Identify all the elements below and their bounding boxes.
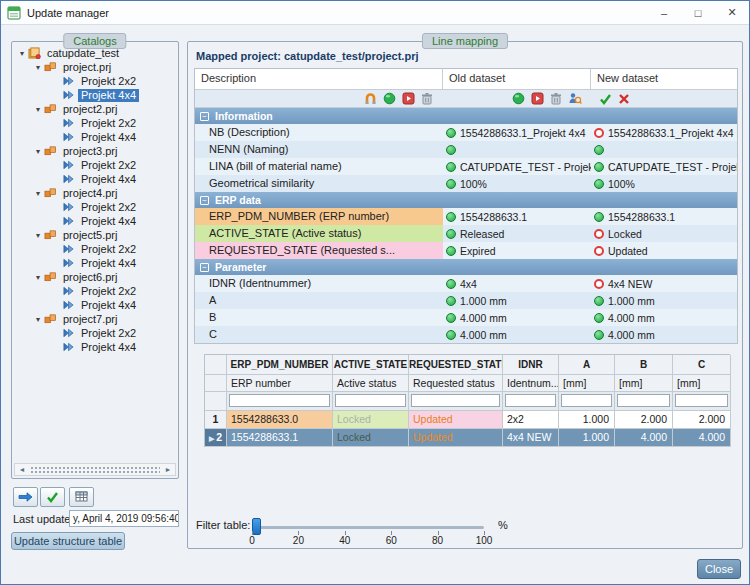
last-update-field[interactable]: y, April 4, 2019 09:56:40 (69, 510, 179, 527)
scrollbar-track[interactable] (30, 466, 160, 473)
column-old-dataset[interactable]: Old dataset (443, 69, 591, 89)
column-header[interactable]: B (615, 355, 673, 375)
mapping-row[interactable]: ERP_PDM_NUMBER (ERP number) 1554288633.1… (195, 208, 737, 225)
column-filter-input[interactable] (675, 394, 728, 407)
table-cell[interactable]: 4x4 NEW (503, 429, 559, 447)
close-button[interactable]: Close (697, 559, 741, 579)
collapse-icon[interactable]: ▾ (33, 315, 43, 324)
collapse-icon[interactable]: ▾ (33, 231, 43, 240)
red-export-icon[interactable] (529, 91, 545, 107)
table-cell[interactable]: 4.000 (615, 429, 673, 447)
table-cell[interactable]: 1.000 (559, 429, 615, 447)
tree-item-part[interactable]: Projekt 4x4 (15, 130, 175, 144)
collapse-minus-icon[interactable]: − (200, 263, 209, 272)
column-filter-input[interactable] (561, 394, 612, 407)
magnet-icon[interactable] (362, 91, 378, 107)
tree-item-part[interactable]: Projekt 4x4 (15, 340, 175, 354)
mapping-row[interactable]: IDNR (Identnummer) 4x4 4x4 NEW (195, 275, 737, 292)
tree-item-project[interactable]: ▾ project5.prj (15, 228, 175, 242)
collapse-minus-icon[interactable]: − (200, 112, 209, 121)
accept-icon[interactable] (597, 91, 613, 107)
column-header[interactable]: C (673, 355, 731, 375)
tree-item-project[interactable]: ▾ project4.prj (15, 186, 175, 200)
apply-update-button[interactable] (13, 487, 38, 507)
close-icon[interactable]: ✕ (715, 1, 749, 24)
catalog-tree[interactable]: ▾ catupdate_test ▾ project.prj Projekt 2… (15, 46, 175, 460)
mapping-row[interactable]: Geometrical similarity 100% 100% (195, 175, 737, 192)
tree-item-part[interactable]: Projekt 2x2 (15, 74, 175, 88)
column-header[interactable]: IDNR (503, 355, 559, 375)
title-bar[interactable]: Update manager – □ ✕ (1, 1, 749, 25)
table-cell[interactable]: 1554288633.1 (227, 429, 333, 447)
collapse-icon[interactable]: ▾ (33, 147, 43, 156)
collapse-icon[interactable]: ▾ (17, 49, 27, 58)
column-header[interactable]: ACTIVE_STATE (333, 355, 409, 375)
table-cell[interactable]: 4.000 (673, 429, 731, 447)
mapping-row[interactable]: B 4.000 mm 4.000 mm (195, 309, 737, 326)
user-search-icon[interactable] (567, 91, 583, 107)
table-cell[interactable]: 1.000 (559, 411, 615, 429)
tree-item-project[interactable]: ▾ project7.prj (15, 312, 175, 326)
mapping-row[interactable]: C 4.000 mm 4.000 mm (195, 326, 737, 343)
tree-item-project[interactable]: ▾ project2.prj (15, 102, 175, 116)
update-structure-table-button[interactable]: Update structure table (11, 532, 125, 550)
column-filter-input[interactable] (617, 394, 670, 407)
tree-item-part[interactable]: Projekt 2x2 (15, 200, 175, 214)
mapping-row[interactable]: LINA (bill of material name) CATUPDATE_T… (195, 158, 737, 175)
tree-item-part[interactable]: Projekt 2x2 (15, 242, 175, 256)
table-cell[interactable]: Locked (333, 429, 409, 447)
collapse-icon[interactable]: ▾ (33, 63, 43, 72)
confirm-button[interactable] (40, 487, 65, 507)
tree-item-project[interactable]: ▾ project.prj (15, 60, 175, 74)
column-description[interactable]: Description (195, 69, 443, 89)
red-export-icon[interactable] (400, 91, 416, 107)
tree-horizontal-scrollbar[interactable]: ◄ ► (14, 463, 176, 476)
section-header-parameter[interactable]: − Parameter (195, 259, 737, 275)
collapse-icon[interactable]: ▾ (33, 273, 43, 282)
tree-item-part[interactable]: Projekt 2x2 (15, 158, 175, 172)
column-header[interactable]: REQUESTED_STATE (409, 355, 503, 375)
scroll-right-icon[interactable]: ► (163, 466, 173, 473)
delete-icon[interactable] (419, 91, 435, 107)
tree-item-part-selected[interactable]: Projekt 4x4 (15, 88, 175, 102)
tree-item-part[interactable]: Projekt 2x2 (15, 284, 175, 298)
slider-track[interactable] (252, 526, 484, 529)
column-filter-input[interactable] (411, 394, 500, 407)
table-cell[interactable]: 2.000 (673, 411, 731, 429)
maximize-icon[interactable]: □ (681, 1, 715, 24)
tree-item-part[interactable]: Projekt 4x4 (15, 256, 175, 270)
green-status-icon[interactable] (381, 91, 397, 107)
mapping-row[interactable]: NB (Description) 1554288633.1_Projekt 4x… (195, 124, 737, 141)
tree-item-root[interactable]: ▾ catupdate_test (15, 46, 175, 60)
section-header-erp-data[interactable]: − ERP data (195, 192, 737, 208)
mapping-row[interactable]: NENN (Naming) (195, 141, 737, 158)
tree-item-part[interactable]: Projekt 4x4 (15, 214, 175, 228)
mapping-row[interactable]: ACTIVE_STATE (Active status) Released Lo… (195, 225, 737, 242)
delete-icon[interactable] (548, 91, 564, 107)
column-filter-input[interactable] (335, 394, 406, 407)
mapping-row[interactable]: REQUESTED_STATE (Requested s... Expired … (195, 242, 737, 259)
column-filter-input[interactable] (505, 394, 556, 407)
table-cell[interactable]: Locked (333, 411, 409, 429)
column-header[interactable]: ERP_PDM_NUMBER (227, 355, 333, 375)
filter-slider[interactable]: 0 20 40 60 80 100 (252, 516, 484, 546)
tree-item-project[interactable]: ▾ project6.prj (15, 270, 175, 284)
table-cell[interactable]: Updated (409, 411, 503, 429)
column-header[interactable]: A (559, 355, 615, 375)
table-cell[interactable]: Updated (409, 429, 503, 447)
table-cell[interactable]: 1554288633.0 (227, 411, 333, 429)
column-filter-input[interactable] (229, 394, 330, 407)
column-new-dataset[interactable]: New dataset (591, 69, 737, 89)
mapping-row[interactable]: A 1.000 mm 1.000 mm (195, 292, 737, 309)
export-table-button[interactable] (69, 487, 94, 507)
scroll-left-icon[interactable]: ◄ (17, 466, 27, 473)
tree-item-part[interactable]: Projekt 4x4 (15, 172, 175, 186)
collapse-icon[interactable]: ▾ (33, 105, 43, 114)
section-header-information[interactable]: − Information (195, 108, 737, 124)
tree-item-part[interactable]: Projekt 2x2 (15, 116, 175, 130)
collapse-icon[interactable]: ▾ (33, 189, 43, 198)
reject-icon[interactable] (616, 91, 632, 107)
tree-item-part[interactable]: Projekt 4x4 (15, 298, 175, 312)
slider-thumb[interactable] (252, 518, 261, 535)
table-cell[interactable]: 2x2 (503, 411, 559, 429)
